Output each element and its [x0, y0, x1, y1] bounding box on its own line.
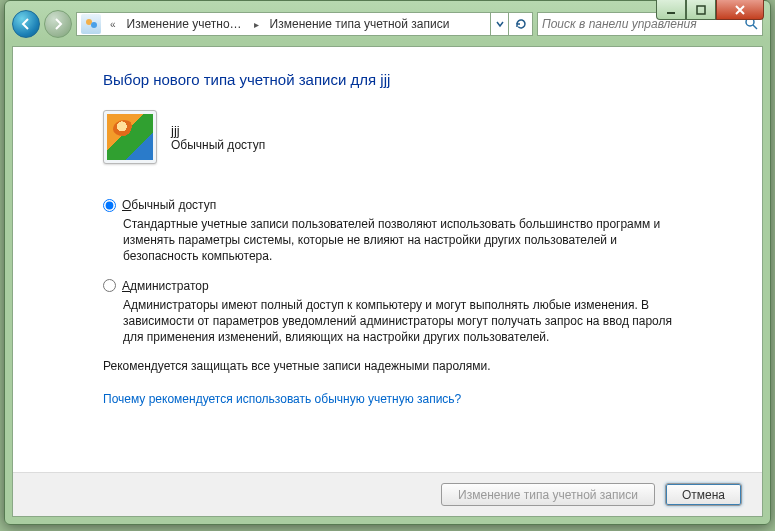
window-caption-buttons: [656, 0, 764, 20]
address-history-dropdown[interactable]: [490, 13, 508, 35]
svg-point-2: [86, 19, 92, 25]
label-rest: дминистратор: [130, 279, 209, 293]
password-tip: Рекомендуется защищать все учетные запис…: [103, 359, 740, 373]
maximize-button[interactable]: [686, 0, 716, 20]
control-panel-window: « Изменение учетно… ▸ Изменение типа уче…: [4, 0, 771, 525]
refresh-button[interactable]: [508, 13, 532, 35]
navigation-row: « Изменение учетно… ▸ Изменение типа уче…: [12, 8, 763, 40]
user-meta: jjj Обычный доступ: [171, 123, 265, 152]
help-link[interactable]: Почему рекомендуется использовать обычну…: [103, 392, 461, 406]
cancel-button[interactable]: Отмена: [665, 483, 742, 506]
svg-line-5: [753, 25, 757, 29]
arrow-left-icon: [19, 17, 33, 31]
radio-standard[interactable]: [103, 199, 116, 212]
content-pane: Выбор нового типа учетной записи для jjj…: [13, 47, 762, 407]
breadcrumb-overflow-chevron[interactable]: «: [105, 19, 121, 30]
address-bar[interactable]: « Изменение учетно… ▸ Изменение типа уче…: [76, 12, 533, 36]
footer-bar: Изменение типа учетной записи Отмена: [13, 472, 762, 516]
hotkey-letter: А: [122, 279, 130, 293]
change-type-button[interactable]: Изменение типа учетной записи: [441, 483, 655, 506]
radio-admin[interactable]: [103, 279, 116, 292]
option-admin-label[interactable]: Администратор: [103, 279, 740, 293]
breadcrumb-item-1[interactable]: Изменение учетно…: [121, 17, 249, 31]
option-standard-label[interactable]: Обычный доступ: [103, 198, 740, 212]
minimize-button[interactable]: [656, 0, 686, 20]
option-admin: Администратор Администраторы имеют полны…: [103, 279, 740, 346]
breadcrumb-item-2[interactable]: Изменение типа учетной записи: [264, 17, 457, 31]
user-tile: jjj Обычный доступ: [103, 110, 740, 164]
close-icon: [734, 5, 746, 15]
user-type: Обычный доступ: [171, 138, 265, 152]
refresh-icon: [514, 17, 528, 31]
forward-button[interactable]: [44, 10, 72, 38]
user-accounts-icon: [81, 14, 101, 34]
label-rest: бычный доступ: [131, 198, 216, 212]
option-standard: Обычный доступ Стандартные учетные запис…: [103, 198, 740, 265]
avatar: [103, 110, 157, 164]
user-name: jjj: [171, 123, 265, 138]
client-area: Выбор нового типа учетной записи для jjj…: [12, 46, 763, 517]
hotkey-letter: О: [122, 198, 131, 212]
back-button[interactable]: [12, 10, 40, 38]
avatar-image: [107, 114, 153, 160]
chevron-right-icon[interactable]: ▸: [249, 19, 264, 30]
option-admin-desc: Администраторы имеют полный доступ к ком…: [123, 297, 683, 346]
svg-point-3: [91, 22, 97, 28]
close-button[interactable]: [716, 0, 764, 20]
arrow-right-icon: [51, 17, 65, 31]
svg-rect-0: [667, 12, 675, 14]
page-title: Выбор нового типа учетной записи для jjj: [103, 71, 740, 88]
minimize-icon: [666, 5, 676, 15]
option-standard-desc: Стандартные учетные записи пользователей…: [123, 216, 683, 265]
chevron-down-icon: [496, 20, 504, 28]
maximize-icon: [696, 5, 706, 15]
svg-rect-1: [697, 6, 705, 14]
